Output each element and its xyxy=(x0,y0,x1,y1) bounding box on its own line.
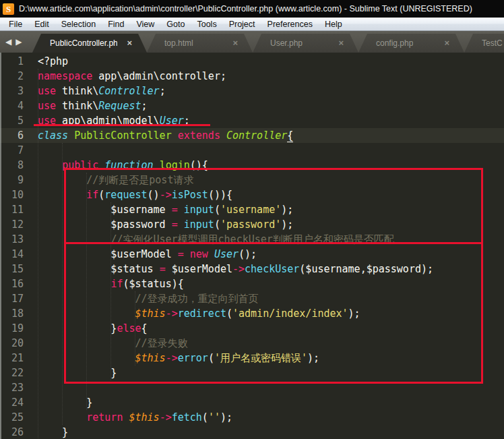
code-token: () xyxy=(148,189,160,201)
code-line-21[interactable]: 21 $this->error('用户名或密码错误'); xyxy=(0,351,504,365)
menu-item-help[interactable]: Help xyxy=(319,18,348,30)
menu-item-find[interactable]: Find xyxy=(102,18,130,30)
tab-close-icon[interactable]: × xyxy=(127,38,132,48)
code-line-3[interactable]: 3use think\Controller; xyxy=(0,84,504,98)
code-line-11[interactable]: 11 $username = input('username'); xyxy=(0,202,504,217)
code-token: ); xyxy=(348,308,360,320)
code-token: checkUser xyxy=(245,263,299,275)
code-token: } xyxy=(38,426,68,438)
code-token: Controller xyxy=(226,129,287,142)
tab-top.html[interactable]: top.html× xyxy=(147,34,253,53)
indent-guide xyxy=(38,69,38,439)
code-token: ($username,$password); xyxy=(299,263,433,275)
line-number: 15 xyxy=(0,262,31,276)
code-line-text: $this->error('用户名或密码错误'); xyxy=(31,351,319,365)
tab-config.php[interactable]: config.php× xyxy=(358,34,464,53)
tab-user.php[interactable]: User.php× xyxy=(253,34,358,53)
code-token: (); xyxy=(239,248,257,260)
tab-nav-forward-icon[interactable]: ▶ xyxy=(15,37,22,47)
code-token: app\admin\controller; xyxy=(92,70,226,82)
line-number: 16 xyxy=(0,276,31,291)
code-line-text: }else{ xyxy=(31,321,148,336)
menu-item-edit[interactable]: Edit xyxy=(28,18,55,30)
code-token: ($status){ xyxy=(123,278,183,290)
code-token: { xyxy=(141,322,148,334)
code-token: fetch xyxy=(172,411,202,423)
code-line-text: //判断是否是post请求 xyxy=(31,173,193,187)
code-line-24[interactable]: 24 } xyxy=(0,395,504,410)
menu-item-preferences[interactable]: Preferences xyxy=(261,18,319,30)
menu-item-tools[interactable]: Tools xyxy=(191,18,222,30)
code-token: else xyxy=(117,322,141,334)
tab-close-icon[interactable]: × xyxy=(232,38,238,48)
code-token: namespace xyxy=(38,70,92,82)
code-line-20[interactable]: 20 //登录失败 xyxy=(0,336,504,351)
tab-close-icon[interactable]: × xyxy=(338,38,344,48)
code-line-17[interactable]: 17 //登录成功，重定向到首页 xyxy=(0,291,504,306)
code-line-text: if(request()->isPost()){ xyxy=(31,187,232,202)
code-line-16[interactable]: 16 if($status){ xyxy=(0,276,504,291)
menu-item-file[interactable]: File xyxy=(3,18,28,30)
code-line-15[interactable]: 15 $status = $userModel->checkUser($user… xyxy=(0,262,504,276)
code-line-13[interactable]: 13 //实例化User模型调用checkUser判断用户名和密码是否匹配 xyxy=(0,232,504,247)
code-line-1[interactable]: 1<?php xyxy=(0,54,504,69)
code-area[interactable]: 1<?php2namespace app\admin\controller;3u… xyxy=(0,53,504,439)
code-line-12[interactable]: 12 $password = input('password'); xyxy=(0,217,504,232)
code-line-14[interactable]: 14 $userModel = new User(); xyxy=(0,247,504,262)
code-line-19[interactable]: 19 }else{ xyxy=(0,321,504,336)
code-token: app\admin\model\ xyxy=(56,115,160,127)
tab-close-icon[interactable]: × xyxy=(444,38,449,48)
code-line-8[interactable]: 8 public function login(){ xyxy=(0,158,504,173)
line-number: 22 xyxy=(0,365,31,380)
menu-item-project[interactable]: Project xyxy=(223,18,261,30)
code-line-text: use think\Request; xyxy=(31,98,148,113)
tab-label: PublicController.php xyxy=(50,38,117,48)
menu-item-view[interactable]: View xyxy=(130,18,160,30)
code-token: ); xyxy=(281,204,293,216)
tab-label: TestC xyxy=(482,38,503,48)
tab-label: config.php xyxy=(376,38,413,48)
code-token: class xyxy=(38,129,68,142)
code-token xyxy=(98,159,104,171)
code-token xyxy=(38,159,62,171)
code-line-9[interactable]: 9 //判断是否是post请求 xyxy=(0,173,504,187)
code-token: $userModel xyxy=(166,263,232,275)
tab-testc[interactable]: TestC× xyxy=(464,34,504,53)
tab-label: User.php xyxy=(270,38,303,48)
line-number: 3 xyxy=(0,84,31,98)
tab-nav-back-icon[interactable]: ◀ xyxy=(5,37,11,47)
code-line-4[interactable]: 4use think\Request; xyxy=(0,98,504,113)
code-token: public xyxy=(62,159,98,171)
line-number: 5 xyxy=(0,113,31,128)
code-line-23[interactable]: 23 xyxy=(0,380,504,395)
code-line-18[interactable]: 18 $this->redirect('admin/index/index'); xyxy=(0,306,504,321)
code-line-text xyxy=(31,380,38,395)
code-line-text: //登录失败 xyxy=(31,336,188,351)
code-line-10[interactable]: 10 if(request()->isPost()){ xyxy=(0,187,504,202)
code-line-text: <?php xyxy=(31,54,68,69)
code-line-5[interactable]: 5use app\admin\model\User; xyxy=(0,113,504,128)
code-token: use xyxy=(38,115,56,127)
code-line-6[interactable]: 6class PublicController extends Controll… xyxy=(0,128,504,143)
menu-item-selection[interactable]: Selection xyxy=(55,18,102,30)
code-line-2[interactable]: 2namespace app\admin\controller; xyxy=(0,69,504,84)
code-line-text: if($status){ xyxy=(31,276,184,291)
line-number: 11 xyxy=(0,202,31,217)
code-line-25[interactable]: 25 return $this->fetch(''); xyxy=(0,410,504,425)
tab-publiccontroller.php[interactable]: PublicController.php× xyxy=(32,34,147,53)
code-token: 'password' xyxy=(220,218,281,231)
code-token xyxy=(178,204,184,216)
code-line-22[interactable]: 22 } xyxy=(0,365,504,380)
code-token: think\ xyxy=(56,100,98,112)
code-token: ; xyxy=(184,115,190,127)
line-number: 2 xyxy=(0,69,31,84)
code-line-7[interactable]: 7 xyxy=(0,143,504,158)
code-line-text: //登录成功，重定向到首页 xyxy=(31,291,259,306)
tab-bar: ◀ ▶ PublicController.php×top.html×User.p… xyxy=(0,31,504,53)
code-token: -> xyxy=(160,189,172,201)
code-token xyxy=(184,248,190,260)
menu-item-goto[interactable]: Goto xyxy=(160,18,191,30)
code-line-26[interactable]: 26 } xyxy=(0,425,504,439)
code-token: error xyxy=(178,352,208,364)
code-token: = xyxy=(160,263,166,275)
